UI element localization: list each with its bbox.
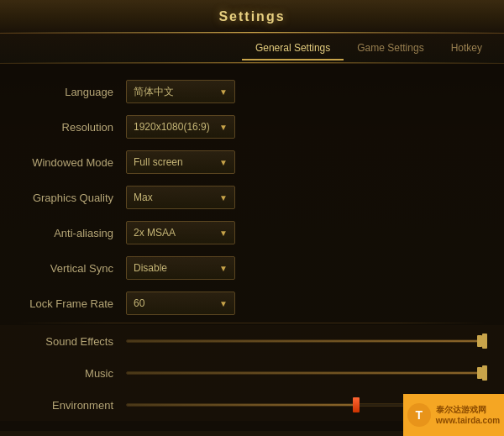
windowed-mode-value: Full screen [134,156,183,168]
music-end [482,365,487,381]
lock-frame-rate-value: 60 [134,297,144,309]
windowed-mode-label: Windowed Mode [17,156,126,169]
music-row: Music [0,357,504,389]
environment-thumb[interactable] [353,397,360,412]
graphics-quality-label: Graphics Quality [17,192,126,204]
vertical-sync-dropdown-arrow: ▼ [219,264,228,273]
sound-effects-track[interactable] [126,339,480,343]
windowed-mode-dropdown[interactable]: Full screen ▼ [126,150,235,174]
sound-effects-row: Sound Effects [0,325,504,357]
music-thumb[interactable] [477,367,482,379]
vertical-sync-value: Disable [134,262,167,274]
lock-frame-rate-dropdown[interactable]: 60 ▼ [126,292,235,315]
watermark-line2: www.tairda.com [436,415,500,426]
resolution-dropdown-arrow: ▼ [219,123,228,132]
windowed-mode-dropdown-arrow: ▼ [219,158,228,167]
sound-effects-slider-container [126,334,487,349]
section-divider [17,323,487,323]
environment-label: Environment [17,399,126,412]
sound-effects-end [482,334,487,349]
window-title: Settings [218,9,285,24]
graphics-quality-row: Graphics Quality Max ▼ [0,180,504,215]
anti-aliasing-label: Anti-aliasing [17,227,126,239]
tab-game[interactable]: Game Settings [344,37,437,60]
lock-frame-rate-dropdown-arrow: ▼ [219,299,228,308]
title-bar: Settings [0,0,504,34]
environment-fill [127,404,356,406]
graphics-quality-dropdown[interactable]: Max ▼ [126,186,235,209]
resolution-row: Resolution 1920x1080(16:9) ▼ [0,109,504,144]
windowed-mode-row: Windowed Mode Full screen ▼ [0,144,504,180]
anti-aliasing-dropdown-arrow: ▼ [219,229,228,238]
anti-aliasing-row: Anti-aliasing 2x MSAA ▼ [0,215,504,250]
anti-aliasing-value: 2x MSAA [134,227,176,239]
anti-aliasing-dropdown[interactable]: 2x MSAA ▼ [126,221,235,244]
resolution-dropdown[interactable]: 1920x1080(16:9) ▼ [126,115,235,139]
sound-effects-thumb[interactable] [477,335,482,347]
graphics-quality-value: Max [134,192,153,203]
vertical-sync-dropdown[interactable]: Disable ▼ [126,256,235,280]
watermark-text: 泰尔达游戏网 www.tairda.com [436,404,500,426]
language-row: Language 简体中文 ▼ [0,74,504,109]
tab-hotkey[interactable]: Hotkey [438,37,496,60]
sound-effects-fill [127,340,480,342]
watermark-line1: 泰尔达游戏网 [436,404,500,415]
resolution-value: 1920x1080(16:9) [134,121,210,133]
resolution-label: Resolution [17,121,126,134]
settings-content: Language 简体中文 ▼ Resolution 1920x1080(16:… [0,64,504,431]
sound-effects-label: Sound Effects [17,335,126,348]
music-fill [127,372,480,374]
language-dropdown[interactable]: 简体中文 ▼ [126,80,235,103]
watermark: T 泰尔达游戏网 www.tairda.com [403,394,504,436]
tab-general[interactable]: General Settings [242,37,344,60]
language-value: 简体中文 [134,85,174,99]
language-dropdown-arrow: ▼ [219,87,228,97]
music-track[interactable] [126,371,480,375]
tab-bar: General Settings Game Settings Hotkey [0,34,504,64]
lock-frame-rate-label: Lock Frame Rate [17,297,126,310]
language-label: Language [17,86,126,98]
lock-frame-rate-row: Lock Frame Rate 60 ▼ [0,286,504,321]
music-label: Music [17,367,126,380]
graphics-quality-dropdown-arrow: ▼ [219,193,228,202]
vertical-sync-label: Vertical Sync [17,262,126,275]
music-slider-container [126,365,487,381]
vertical-sync-row: Vertical Sync Disable ▼ [0,250,504,286]
watermark-icon: T [407,403,431,427]
